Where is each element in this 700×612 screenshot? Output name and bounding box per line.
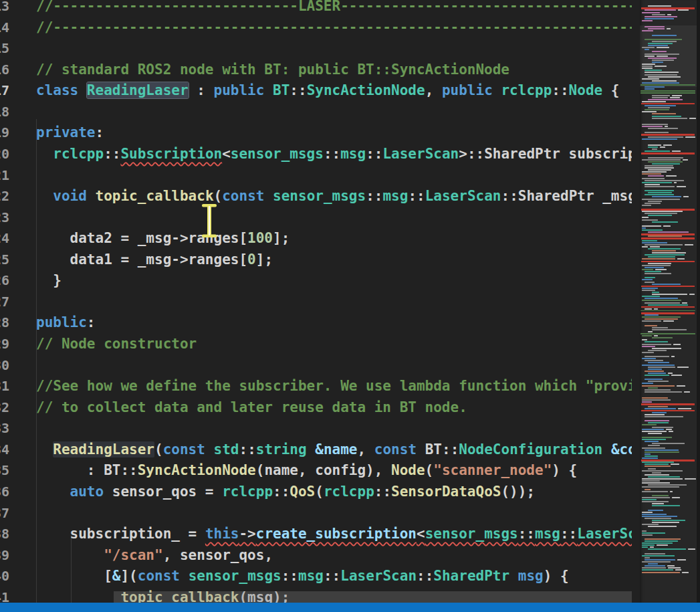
- minimap-code-mark: [648, 99, 683, 100]
- code-line-25[interactable]: 25 data1 = _msg->ranges[0];: [0, 249, 632, 271]
- line-number[interactable]: 41: [0, 587, 9, 603]
- minimap-code-mark: [648, 369, 662, 370]
- horizontal-scrollbar[interactable]: [114, 591, 632, 603]
- minimap-code-mark: [645, 420, 669, 421]
- vertical-scrollbar-track[interactable]: [697, 0, 700, 603]
- line-number[interactable]: 34: [0, 439, 9, 461]
- minimap[interactable]: [640, 0, 697, 603]
- minimap-code-mark: [645, 267, 664, 268]
- line-number[interactable]: 26: [0, 270, 9, 292]
- minimap-code-mark: [645, 9, 676, 11]
- code-line-32[interactable]: 32// to collect data and later reuse dat…: [0, 397, 632, 419]
- minimap-code-mark: [642, 365, 675, 366]
- code-editor-area[interactable]: 13//-----------------------------LASER--…: [0, 0, 632, 603]
- line-number[interactable]: 22: [0, 186, 9, 207]
- code-line-21[interactable]: 21: [0, 165, 632, 187]
- minimap-code-mark: [642, 497, 670, 498]
- line-number[interactable]: 13: [0, 0, 9, 17]
- line-number[interactable]: 24: [0, 228, 9, 249]
- line-number[interactable]: 16: [0, 60, 9, 81]
- code-line-20[interactable]: 20 rclcpp::Subscription<sensor_msgs::msg…: [0, 144, 632, 165]
- line-number[interactable]: 21: [0, 165, 9, 187]
- minimap-code-mark: [642, 478, 683, 480]
- line-number[interactable]: 27: [0, 292, 9, 313]
- code-line-40[interactable]: 40 [&](const sensor_msgs::msg::LaserScan…: [0, 566, 632, 587]
- line-number[interactable]: 39: [0, 545, 9, 567]
- code-line-23[interactable]: 23: [0, 207, 632, 229]
- minimap-code-mark: [642, 12, 660, 13]
- minimap-code-mark: [642, 290, 655, 291]
- minimap-code-mark: [652, 412, 667, 413]
- code-line-22[interactable]: 22 void topic_callback(const sensor_msgs…: [0, 186, 632, 207]
- code-line-35[interactable]: 35 : BT::SyncActionNode(name, config), N…: [0, 460, 632, 482]
- minimap-code-mark: [642, 534, 653, 536]
- code-line-15[interactable]: 15: [0, 38, 632, 60]
- code-line-29[interactable]: 29// Node constructor: [0, 334, 632, 355]
- code-line-33[interactable]: 33: [0, 418, 632, 439]
- line-number[interactable]: 14: [0, 17, 9, 39]
- line-number[interactable]: 23: [0, 207, 9, 229]
- code-line-30[interactable]: 30: [0, 355, 632, 377]
- minimap-code-mark: [642, 486, 679, 488]
- line-number[interactable]: 40: [0, 566, 9, 587]
- minimap-code-mark: [648, 362, 669, 363]
- line-number[interactable]: 15: [0, 38, 9, 60]
- minimap-code-mark: [645, 132, 669, 133]
- code-line-36[interactable]: 36 auto sensor_qos = rclcpp::QoS(rclcpp:…: [0, 482, 632, 503]
- line-number[interactable]: 29: [0, 334, 9, 355]
- code-line-16[interactable]: 16// standard ROS2 node with BT: public …: [0, 60, 632, 81]
- line-number[interactable]: 20: [0, 144, 9, 165]
- minimap-code-mark: [645, 273, 671, 274]
- minimap-code-mark: [648, 201, 662, 202]
- line-number[interactable]: 19: [0, 122, 9, 144]
- minimap-code-mark: [642, 429, 664, 430]
- minimap-code-mark: [640, 333, 695, 334]
- code-line-text: : BT::SyncActionNode(name, config), Node…: [0, 460, 632, 482]
- code-line-14[interactable]: 14//------------------------------------…: [0, 17, 632, 39]
- minimap-code-mark: [642, 320, 661, 322]
- code-line-26[interactable]: 26 }: [0, 270, 632, 292]
- code-line-19[interactable]: 19private:: [0, 122, 632, 144]
- minimap-code-mark: [652, 348, 681, 349]
- line-number[interactable]: 33: [0, 418, 9, 439]
- minimap-code-mark: [645, 277, 655, 278]
- line-number[interactable]: 28: [0, 312, 9, 334]
- minimap-code-mark: [673, 344, 681, 345]
- code-line-27[interactable]: 27: [0, 292, 632, 313]
- code-line-text: // standard ROS2 node with BT: public BT…: [0, 60, 632, 81]
- line-number[interactable]: 36: [0, 482, 9, 503]
- code-line-24[interactable]: 24 data2 = _msg->ranges[100];: [0, 228, 632, 249]
- minimap-code-mark: [648, 367, 675, 368]
- line-number[interactable]: 37: [0, 503, 9, 524]
- code-line-17[interactable]: 17class ReadingLaser : public BT::SyncAc…: [0, 80, 632, 102]
- line-number[interactable]: 18: [0, 102, 9, 123]
- line-number[interactable]: 31: [0, 376, 9, 397]
- minimap-code-mark: [652, 196, 681, 197]
- minimap-code-mark: [645, 360, 663, 361]
- minimap-code-mark: [642, 138, 677, 140]
- minimap-code-mark: [648, 563, 658, 565]
- code-line-37[interactable]: 37: [0, 503, 632, 524]
- code-line-28[interactable]: 28public:: [0, 312, 632, 334]
- minimap-code-mark: [645, 186, 675, 187]
- line-number[interactable]: 32: [0, 397, 9, 419]
- code-line-18[interactable]: 18: [0, 102, 632, 123]
- line-number[interactable]: 35: [0, 460, 9, 482]
- code-line-34[interactable]: 34 ReadingLaser(const std::string &name,…: [0, 439, 632, 461]
- line-number[interactable]: 25: [0, 249, 9, 271]
- minimap-code-mark: [645, 565, 665, 567]
- line-number[interactable]: 30: [0, 355, 9, 377]
- minimap-code-mark: [648, 215, 672, 216]
- code-line-31[interactable]: 31//See how we define the subscriber. We…: [0, 376, 632, 397]
- minimap-code-mark: [645, 557, 650, 558]
- code-line-39[interactable]: 39 "/scan", sensor_qos,: [0, 545, 632, 567]
- minimap-code-mark: [645, 464, 669, 465]
- code-line-13[interactable]: 13//-----------------------------LASER--…: [0, 0, 632, 17]
- minimap-code-mark: [642, 462, 674, 463]
- line-number[interactable]: 38: [0, 524, 9, 545]
- minimap-code-mark: [642, 346, 655, 347]
- minimap-code-mark: [642, 316, 681, 318]
- minimap-code-mark: [648, 510, 663, 511]
- line-number[interactable]: 17: [0, 80, 9, 102]
- code-line-38[interactable]: 38 subscription_ = this->create_subscrip…: [0, 524, 632, 545]
